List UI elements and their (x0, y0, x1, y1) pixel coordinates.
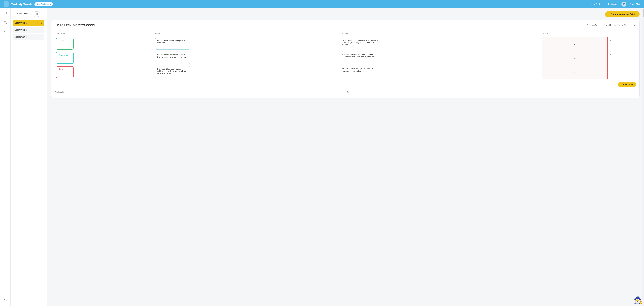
radio-yes-no-circle (603, 24, 605, 26)
scrollbar-thumb[interactable] (642, 9, 644, 17)
example-label: Example (347, 91, 636, 93)
levels-table: Skill Level Medal Mission Score Always W… (55, 33, 636, 79)
th-mission: Mission (340, 33, 542, 37)
avatar-initials: GR (623, 3, 625, 5)
mission-cell-always: If a student has completed the highest l… (340, 37, 542, 51)
skill-group-1-label: Skill Group 1 (15, 22, 27, 24)
skill-level-cell-never: Never (55, 65, 154, 79)
radio-yes-no-label: Yes/No (606, 24, 612, 26)
explanation-section: Explanation (55, 91, 344, 94)
score-cell-never: 0 (542, 65, 608, 79)
th-skill-level: Skill Level (55, 33, 154, 37)
level-row-never: Never If a student has been unable to ac… (55, 65, 636, 79)
th-actions (608, 33, 636, 37)
scrollbar-track (642, 8, 644, 306)
sidebar-icon-logout[interactable] (2, 298, 8, 304)
skill-level-box-always[interactable]: Always (56, 38, 74, 50)
add-level-button[interactable]: + Add Level (618, 82, 636, 87)
question-type-area: Question Type Yes/No Multiple Choice ⌄ (587, 24, 636, 27)
mission-cell-never: Next time, make sure you use correct gra… (340, 65, 542, 79)
main-topbar: + Show Assessment Details (51, 11, 640, 17)
question-card: Has the student used correct grammar? Qu… (51, 20, 640, 98)
question-header: Has the student used correct grammar? Qu… (55, 24, 636, 29)
delete-cell-never: 🗑 (608, 65, 636, 79)
skill-level-cell-always: Always (55, 37, 154, 51)
svg-rect-8 (36, 14, 36, 15)
score-value-sometimes[interactable]: 1 (542, 51, 608, 65)
layout-button[interactable] (34, 12, 39, 17)
table-header-row: Skill Level Medal Mission Score (55, 33, 636, 37)
delete-icon[interactable]: 🗑 (40, 22, 42, 24)
show-assessment-label: Show Assessment Details (611, 13, 636, 15)
skill-group-2-label: Skill Group 2 (15, 29, 27, 31)
skill-group-item-1[interactable]: Skill Group 1 ✏️ 🗑 (13, 20, 44, 26)
app-title: Mark My Words (11, 3, 32, 6)
add-skill-label: Add Skill Group (17, 12, 30, 14)
skill-group-3-label: Skill Group 3 (15, 36, 27, 38)
sidebar (0, 8, 10, 306)
level-row-always: Always Well done on always using correct… (55, 37, 636, 51)
score-cell-always: 3 (542, 37, 608, 51)
skill-level-cell-sometimes: Sometimes (55, 51, 154, 65)
bottom-section: Explanation Example (55, 88, 636, 94)
mission-box-never: Next time, make sure you use correct gra… (342, 66, 380, 74)
score-value-never[interactable]: 0 (542, 65, 608, 79)
skill-group-item-2[interactable]: Skill Group 2 (13, 27, 44, 33)
sidebar-icon-home[interactable] (2, 11, 8, 17)
delete-cell-always: 🗑 (608, 37, 636, 51)
medal-box-never[interactable]: If a student has been unable to achieve … (155, 66, 190, 78)
radio-multiple-choice[interactable]: Multiple Choice (614, 24, 630, 26)
show-assessment-plus-icon: + (608, 13, 610, 16)
user-name: Grace Elliott (629, 3, 640, 5)
svg-rect-6 (36, 13, 36, 14)
level-row-sometimes: Sometimes Great work on correcting some … (55, 51, 636, 65)
add-level-row: + Add Level (55, 79, 636, 87)
skill-level-box-sometimes[interactable]: Sometimes (56, 52, 74, 64)
mission-box-sometimes: Next time, try to ensure correct grammar… (342, 52, 380, 59)
nav-divider (605, 2, 605, 6)
school-name: Test School (608, 3, 618, 5)
feedback-dot (50, 4, 51, 5)
score-value-always[interactable]: 3 (542, 37, 608, 51)
top-nav: ✦ Mark My Words Give Feedback User Guide… (0, 0, 644, 8)
sidebar-icon-people[interactable] (2, 19, 8, 25)
medal-cell-sometimes: Great work on correcting some of the gra… (154, 51, 340, 65)
user-guides-link[interactable]: User Guides (590, 3, 602, 5)
mission-box-always: If a student has completed the highest l… (342, 38, 380, 47)
sidebar-icon-user[interactable] (2, 28, 8, 34)
svg-point-3 (4, 21, 5, 22)
feedback-label: Give Feedback (36, 3, 49, 5)
medal-cell-always: Well done on always using correct gramma… (154, 37, 340, 51)
skill-level-box-never[interactable]: Never (56, 66, 74, 78)
medal-box-sometimes[interactable]: Great work on correcting some of the gra… (155, 52, 190, 64)
main-content: + Show Assessment Details Has the studen… (47, 8, 644, 306)
nav-right: User Guides Test School GR Grace Elliott (590, 2, 640, 7)
example-section: Example (347, 91, 636, 94)
delete-button-never[interactable]: 🗑 (608, 67, 613, 72)
radio-yes-no[interactable]: Yes/No (603, 24, 612, 26)
panel-toolbar: + Add Skill Group (13, 11, 44, 18)
th-medal: Medal (154, 33, 340, 37)
show-assessment-button[interactable]: + Show Assessment Details (605, 11, 640, 17)
radio-mc-label: Multiple Choice (617, 24, 630, 26)
delete-cell-sometimes: 🗑 (608, 51, 636, 65)
th-score: Score (542, 33, 608, 37)
radio-group: Yes/No Multiple Choice (603, 24, 630, 26)
medal-box-always[interactable]: Well done on always using correct gramma… (155, 38, 190, 50)
skill-group-item-3[interactable]: Skill Group 3 (13, 34, 44, 40)
feedback-button[interactable]: Give Feedback (34, 3, 53, 6)
explanation-label: Explanation (55, 91, 344, 93)
add-skill-group-button[interactable]: + Add Skill Group (13, 11, 33, 16)
delete-button-always[interactable]: 🗑 (608, 39, 613, 43)
skill-group-1-actions: ✏️ 🗑 (36, 22, 42, 24)
score-cell-sometimes: 1 (542, 51, 608, 65)
radio-mc-circle (614, 24, 616, 26)
chevron-down-icon[interactable]: ⌄ (634, 24, 636, 27)
svg-rect-9 (37, 14, 38, 15)
edit-icon[interactable]: ✏️ (36, 22, 39, 24)
svg-rect-7 (37, 13, 38, 14)
medal-cell-never: If a student has been unable to achieve … (154, 65, 340, 79)
svg-rect-0 (4, 12, 6, 14)
mission-cell-sometimes: Next time, try to ensure correct grammar… (340, 51, 542, 65)
delete-button-sometimes[interactable]: 🗑 (608, 53, 613, 58)
